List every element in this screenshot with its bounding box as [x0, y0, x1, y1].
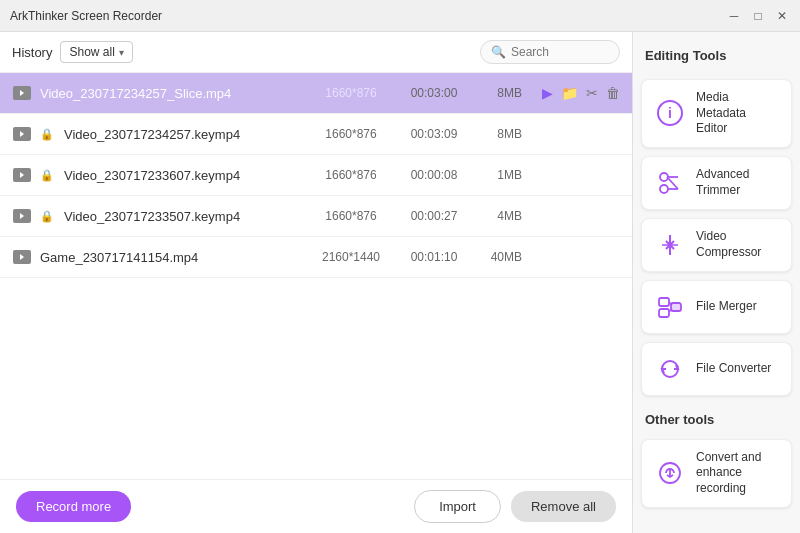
window-controls: ─ □ ✕	[726, 8, 790, 24]
file-name: Video_230717234257.keymp4	[64, 127, 303, 142]
svg-line-6	[667, 177, 678, 189]
convert-enhance-card[interactable]: Convert and enhance recording	[641, 439, 792, 508]
file-type-icon	[12, 206, 32, 226]
show-all-label: Show all	[69, 45, 114, 59]
media-metadata-editor-card[interactable]: i Media Metadata Editor	[641, 79, 792, 148]
file-name: Video_230717233507.keymp4	[64, 209, 303, 224]
file-type-icon	[12, 83, 32, 103]
file-converter-card[interactable]: File Converter	[641, 342, 792, 396]
record-more-button[interactable]: Record more	[16, 491, 131, 522]
file-resolution: 1660*876	[311, 209, 391, 223]
title-bar: ArkThinker Screen Recorder ─ □ ✕	[0, 0, 800, 32]
search-bar: 🔍	[480, 40, 620, 64]
file-duration: 00:03:00	[399, 86, 469, 100]
file-size: 4MB	[477, 209, 522, 223]
convert-enhance-label: Convert and enhance recording	[696, 450, 779, 497]
lock-icon: 🔒	[40, 169, 54, 182]
bottom-bar: Record more Import Remove all	[0, 479, 632, 533]
show-all-dropdown[interactable]: Show all ▾	[60, 41, 132, 63]
dropdown-arrow-icon: ▾	[119, 47, 124, 58]
remove-all-button[interactable]: Remove all	[511, 491, 616, 522]
file-actions: ▶ 📁 ✂ 🗑	[530, 85, 620, 101]
file-merger-card[interactable]: File Merger	[641, 280, 792, 334]
svg-rect-12	[671, 303, 681, 311]
import-button[interactable]: Import	[414, 490, 501, 523]
file-name: Video_230717233607.keymp4	[64, 168, 303, 183]
file-merger-icon	[654, 291, 686, 323]
trim-button[interactable]: ✂	[586, 85, 598, 101]
advanced-trimmer-icon	[654, 167, 686, 199]
media-metadata-editor-label: Media Metadata Editor	[696, 90, 779, 137]
right-panel: Editing Tools i Media Metadata Editor	[632, 32, 800, 533]
toolbar: History Show all ▾ 🔍	[0, 32, 632, 73]
history-label: History	[12, 45, 52, 60]
advanced-trimmer-label: Advanced Trimmer	[696, 167, 779, 198]
file-duration: 00:03:09	[399, 127, 469, 141]
lock-icon: 🔒	[40, 128, 54, 141]
folder-button[interactable]: 📁	[561, 85, 578, 101]
file-type-icon	[12, 124, 32, 144]
other-tools-title: Other tools	[641, 404, 792, 431]
file-type-icon	[12, 165, 32, 185]
file-row[interactable]: 🔒 Video_230717233507.keymp4 1660*876 00:…	[0, 196, 632, 237]
editing-tools-title: Editing Tools	[641, 44, 792, 71]
svg-rect-11	[659, 309, 669, 317]
video-compressor-label: Video Compressor	[696, 229, 779, 260]
file-name: Game_230717141154.mp4	[40, 250, 303, 265]
file-converter-label: File Converter	[696, 361, 771, 377]
svg-text:i: i	[668, 105, 672, 121]
search-input[interactable]	[511, 45, 609, 59]
file-row[interactable]: 🔒 Video_230717233607.keymp4 1660*876 00:…	[0, 155, 632, 196]
video-compressor-card[interactable]: Video Compressor	[641, 218, 792, 272]
video-compressor-icon	[654, 229, 686, 261]
file-size: 40MB	[477, 250, 522, 264]
file-list: Video_230717234257_Slice.mp4 1660*876 00…	[0, 73, 632, 479]
file-row[interactable]: Game_230717141154.mp4 2160*1440 00:01:10…	[0, 237, 632, 278]
file-duration: 00:00:27	[399, 209, 469, 223]
file-size: 8MB	[477, 127, 522, 141]
file-row[interactable]: 🔒 Video_230717234257.keymp4 1660*876 00:…	[0, 114, 632, 155]
maximize-button[interactable]: □	[750, 8, 766, 24]
delete-button[interactable]: 🗑	[606, 85, 620, 101]
file-resolution: 1660*876	[311, 168, 391, 182]
advanced-trimmer-card[interactable]: Advanced Trimmer	[641, 156, 792, 210]
file-duration: 00:00:08	[399, 168, 469, 182]
file-size: 8MB	[477, 86, 522, 100]
svg-point-3	[660, 185, 668, 193]
file-resolution: 1660*876	[311, 127, 391, 141]
file-merger-label: File Merger	[696, 299, 757, 315]
close-button[interactable]: ✕	[774, 8, 790, 24]
svg-rect-10	[659, 298, 669, 306]
file-resolution: 2160*1440	[311, 250, 391, 264]
file-resolution: 1660*876	[311, 86, 391, 100]
lock-icon: 🔒	[40, 210, 54, 223]
file-converter-icon	[654, 353, 686, 385]
app-title: ArkThinker Screen Recorder	[10, 9, 726, 23]
file-row[interactable]: Video_230717234257_Slice.mp4 1660*876 00…	[0, 73, 632, 114]
minimize-button[interactable]: ─	[726, 8, 742, 24]
left-panel: History Show all ▾ 🔍 Video_230717234257_…	[0, 32, 632, 533]
file-size: 1MB	[477, 168, 522, 182]
play-button[interactable]: ▶	[542, 85, 553, 101]
file-duration: 00:01:10	[399, 250, 469, 264]
main-layout: History Show all ▾ 🔍 Video_230717234257_…	[0, 32, 800, 533]
file-name: Video_230717234257_Slice.mp4	[40, 86, 303, 101]
convert-enhance-icon	[654, 457, 686, 489]
media-metadata-editor-icon: i	[654, 97, 686, 129]
svg-point-2	[660, 173, 668, 181]
search-icon: 🔍	[491, 45, 506, 59]
file-type-icon	[12, 247, 32, 267]
